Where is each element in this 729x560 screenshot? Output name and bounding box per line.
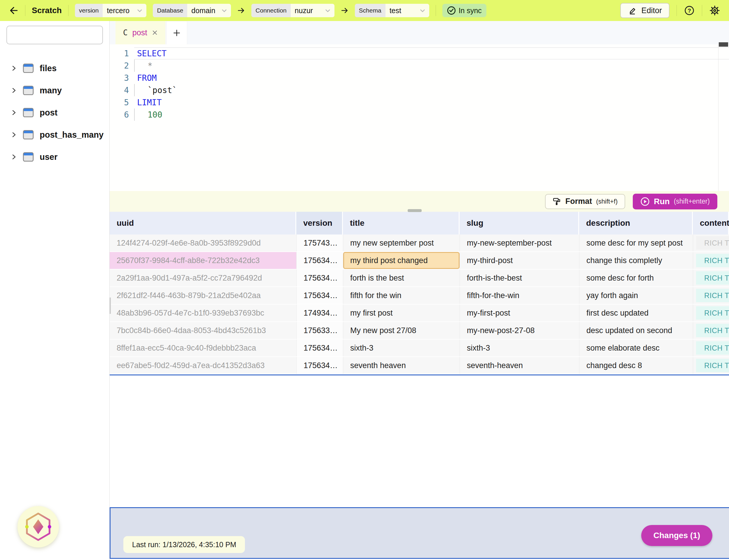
cell-slug[interactable]: my-new-post-27-08	[459, 322, 579, 339]
search-input[interactable]	[7, 26, 103, 44]
cell-uuid[interactable]: 48ab3b96-057d-4e7c-b1f0-939eb37693bc	[110, 305, 296, 321]
close-icon[interactable]	[152, 30, 158, 36]
cell-description[interactable]: desc updated on second	[579, 322, 693, 339]
cell-version[interactable]: 175634…	[296, 339, 343, 356]
editor-button[interactable]: Editor	[620, 3, 669, 18]
table-row[interactable]: 7bc0c84b-66e0-4daa-8053-4bd43c5261b3 175…	[110, 322, 729, 339]
cell-title[interactable]: My new post 27/08	[343, 322, 459, 339]
back-arrow-icon[interactable]	[9, 6, 19, 15]
rich-text-badge[interactable]: RICH TE	[696, 341, 729, 355]
cell-description[interactable]: first desc updated	[579, 305, 693, 321]
cell-version[interactable]: 175634…	[296, 252, 343, 269]
cell-uuid[interactable]: ee67abe5-f0d2-459d-a7ea-dc41352d3a63	[110, 357, 296, 374]
table-row[interactable]: 2f621df2-f446-463b-879b-21a2d5e402aa 175…	[110, 287, 729, 305]
tree-item-table[interactable]: user	[0, 146, 109, 168]
cell-uuid[interactable]: 25670f37-9984-4cff-ab8e-722b32e42dc3	[110, 252, 296, 269]
rich-text-badge[interactable]: RICH TE	[696, 254, 729, 267]
editor-scrollbar-thumb[interactable]	[719, 42, 728, 47]
cell-slug[interactable]: fifth-for-the-win	[459, 287, 579, 304]
cell-title[interactable]: my third post changed	[343, 252, 459, 269]
cell-content[interactable]: RICH TE	[693, 252, 729, 269]
editor-line[interactable]: 6 100	[110, 109, 729, 121]
cell-version[interactable]: 175743…	[296, 235, 343, 251]
cell-description[interactable]: yay forth again	[579, 287, 693, 304]
table-row[interactable]: 124f4274-029f-4e6e-8a0b-3953f8929d0d 175…	[110, 235, 729, 252]
table-row[interactable]: 8ffef1aa-ecc5-40ca-9c40-f9debbb23aca 175…	[110, 339, 729, 357]
cell-title[interactable]: sixth-3	[343, 339, 459, 356]
panel-resize-handle[interactable]	[408, 209, 422, 212]
cell-content[interactable]: RICH TE	[693, 322, 729, 339]
editor-line[interactable]: 4 `post`	[110, 84, 729, 96]
cell-content[interactable]: RICH TE	[693, 357, 729, 374]
chevron-right-icon[interactable]	[11, 110, 17, 115]
cell-uuid[interactable]: 2a29f1aa-90d1-497a-a5f2-cc72a796492d	[110, 269, 296, 286]
table-row[interactable]: 2a29f1aa-90d1-497a-a5f2-cc72a796492d 175…	[110, 269, 729, 287]
table-row[interactable]: 48ab3b96-057d-4e7c-b1f0-939eb37693bc 174…	[110, 305, 729, 322]
format-button[interactable]: Format (shift+f)	[545, 194, 625, 209]
run-button[interactable]: Run (shift+enter)	[633, 194, 717, 209]
help-button[interactable]: ?	[684, 5, 695, 16]
column-header-version[interactable]: version	[296, 212, 343, 235]
column-header-slug[interactable]: slug	[459, 212, 579, 235]
new-tab-button[interactable]	[166, 21, 187, 44]
cell-uuid[interactable]: 8ffef1aa-ecc5-40ca-9c40-f9debbb23aca	[110, 339, 296, 356]
cell-title[interactable]: my new september post	[343, 235, 459, 251]
chevron-right-icon[interactable]	[11, 132, 17, 138]
cell-content[interactable]: RICH TE	[693, 339, 729, 356]
cell-uuid[interactable]: 124f4274-029f-4e6e-8a0b-3953f8929d0d	[110, 235, 296, 251]
rich-text-badge[interactable]: RICH TE	[696, 324, 729, 337]
cell-slug[interactable]: my-first-post	[459, 305, 579, 321]
chevron-right-icon[interactable]	[11, 154, 17, 160]
table-row[interactable]: 25670f37-9984-4cff-ab8e-722b32e42dc3 175…	[110, 252, 729, 269]
rich-text-badge[interactable]: RICH TE	[696, 359, 729, 372]
cell-version[interactable]: 175634…	[296, 287, 343, 304]
cell-title[interactable]: fifth for the win	[343, 287, 459, 304]
table-row[interactable]: ee67abe5-f0d2-459d-a7ea-dc41352d3a63 175…	[110, 357, 729, 375]
cell-title[interactable]: forth is the best	[343, 269, 459, 286]
column-header-description[interactable]: description	[579, 212, 693, 235]
cell-title[interactable]: my first post	[343, 305, 459, 321]
chevron-right-icon[interactable]	[11, 65, 17, 71]
cell-version[interactable]: 174934…	[296, 305, 343, 321]
cell-slug[interactable]: sixth-3	[459, 339, 579, 356]
editor-line[interactable]: 3 FROM	[110, 72, 729, 84]
cell-content[interactable]: RICH TE	[693, 305, 729, 321]
tree-item-table[interactable]: post_has_many	[0, 124, 109, 146]
cell-title[interactable]: seventh heaven	[343, 357, 459, 374]
cell-slug[interactable]: seventh-heaven	[459, 357, 579, 374]
column-header-title[interactable]: title	[343, 212, 459, 235]
version-selector[interactable]: version tercero	[75, 4, 147, 17]
cell-content[interactable]: RICH TE	[693, 269, 729, 286]
column-header-content[interactable]: content	[693, 212, 729, 235]
cell-slug[interactable]: my-new-september-post	[459, 235, 579, 251]
cell-version[interactable]: 175633…	[296, 322, 343, 339]
rich-text-badge[interactable]: RICH TE	[696, 306, 729, 320]
cell-description[interactable]: change this completly	[579, 252, 693, 269]
rich-text-badge[interactable]: RICH TE	[696, 289, 729, 302]
tab-post[interactable]: C post	[116, 21, 165, 44]
schema-selector[interactable]: Schema test	[355, 4, 429, 17]
editor-line[interactable]: 5 LIMIT	[110, 96, 729, 109]
editor-line[interactable]: 1 SELECT	[110, 47, 729, 59]
settings-button[interactable]	[709, 5, 720, 16]
cell-version[interactable]: 175634…	[296, 269, 343, 286]
column-header-uuid[interactable]: uuid	[110, 212, 296, 235]
cell-uuid[interactable]: 2f621df2-f446-463b-879b-21a2d5e402aa	[110, 287, 296, 304]
cell-description[interactable]: some desc for forth	[579, 269, 693, 286]
connection-selector[interactable]: Connection nuzur	[251, 4, 334, 17]
rich-text-badge[interactable]: RICH TE	[696, 236, 729, 250]
database-selector[interactable]: Database domain	[153, 4, 231, 17]
cell-content[interactable]: RICH TE	[693, 287, 729, 304]
tree-item-table[interactable]: many	[0, 79, 109, 101]
cell-version[interactable]: 175634…	[296, 357, 343, 374]
rich-text-badge[interactable]: RICH TE	[696, 271, 729, 285]
cell-uuid[interactable]: 7bc0c84b-66e0-4daa-8053-4bd43c5261b3	[110, 322, 296, 339]
changes-button[interactable]: Changes (1)	[641, 525, 712, 546]
editor-line[interactable]: 2 *	[110, 59, 729, 72]
cell-description[interactable]: some elaborate desc	[579, 339, 693, 356]
tree-item-table[interactable]: files	[0, 57, 109, 79]
chevron-right-icon[interactable]	[11, 87, 17, 93]
cell-slug[interactable]: my-third-post	[459, 252, 579, 269]
cell-description[interactable]: changed desc 8	[579, 357, 693, 374]
cell-description[interactable]: some desc for my sept post	[579, 235, 693, 251]
